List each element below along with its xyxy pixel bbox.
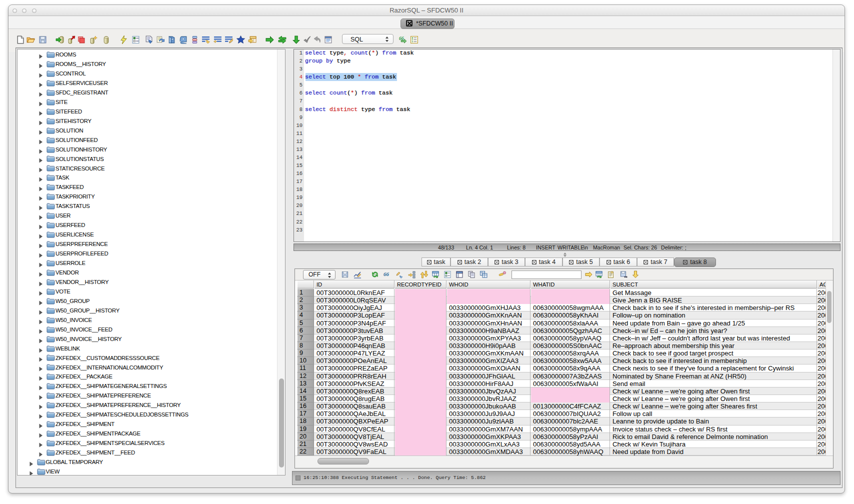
svg-text:66: 66: [399, 36, 404, 41]
svg-text:66: 66: [384, 271, 390, 277]
